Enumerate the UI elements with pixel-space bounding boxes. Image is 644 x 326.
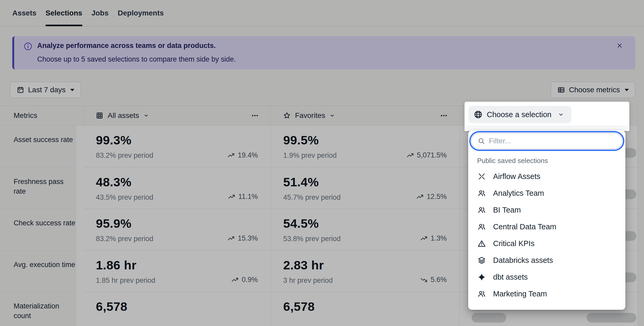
- selection-item-databricks-assets[interactable]: Databricks assets: [471, 252, 623, 269]
- dbt-icon: [478, 273, 486, 281]
- team-icon: [478, 223, 486, 231]
- app-window: Assets Selections Jobs Deployments Analy…: [0, 0, 644, 326]
- selection-item-label: Airflow Assets: [493, 172, 541, 181]
- selection-item-bi-team[interactable]: BI Team: [471, 202, 623, 218]
- group-label: Public saved selections: [477, 157, 548, 165]
- selection-item-label: Central Data Team: [493, 222, 556, 231]
- selection-item-label: Databricks assets: [493, 256, 553, 265]
- selection-list: Airflow Assets Analytics Team BI Team Ce…: [471, 168, 623, 302]
- filter-input[interactable]: [489, 137, 616, 145]
- selection-item-label: Critical KPIs: [493, 239, 534, 248]
- selection-item-critical-kpis[interactable]: Critical KPIs: [471, 235, 623, 252]
- globe-icon: [474, 110, 483, 119]
- filter-field[interactable]: [471, 133, 623, 149]
- team-icon: [478, 189, 486, 197]
- chevron-down-icon: [557, 111, 565, 118]
- team-icon: [478, 206, 486, 214]
- team-icon: [478, 290, 486, 298]
- search-icon: [477, 137, 485, 145]
- selection-popover: Public saved selections Airflow Assets A…: [468, 131, 625, 310]
- selection-column-popup: Choose a selection: [465, 102, 629, 131]
- selection-item-marketing-team[interactable]: Marketing Team: [471, 285, 623, 302]
- selection-item-analytics-team[interactable]: Analytics Team: [471, 185, 623, 202]
- choose-selection-label: Choose a selection: [487, 110, 552, 119]
- choose-selection-dropdown[interactable]: Choose a selection: [468, 106, 571, 123]
- selection-item-label: Marketing Team: [493, 290, 547, 298]
- airflow-icon: [478, 172, 486, 181]
- warning-icon: [478, 240, 486, 248]
- selection-item-airflow-assets[interactable]: Airflow Assets: [471, 168, 623, 185]
- selection-item-label: Analytics Team: [493, 189, 544, 198]
- selection-item-label: dbt assets: [493, 273, 528, 281]
- layers-icon: [478, 256, 486, 264]
- selection-item-dbt-assets[interactable]: dbt assets: [471, 269, 623, 285]
- selection-item-central-data-team[interactable]: Central Data Team: [471, 218, 623, 235]
- selection-item-label: BI Team: [493, 206, 521, 214]
